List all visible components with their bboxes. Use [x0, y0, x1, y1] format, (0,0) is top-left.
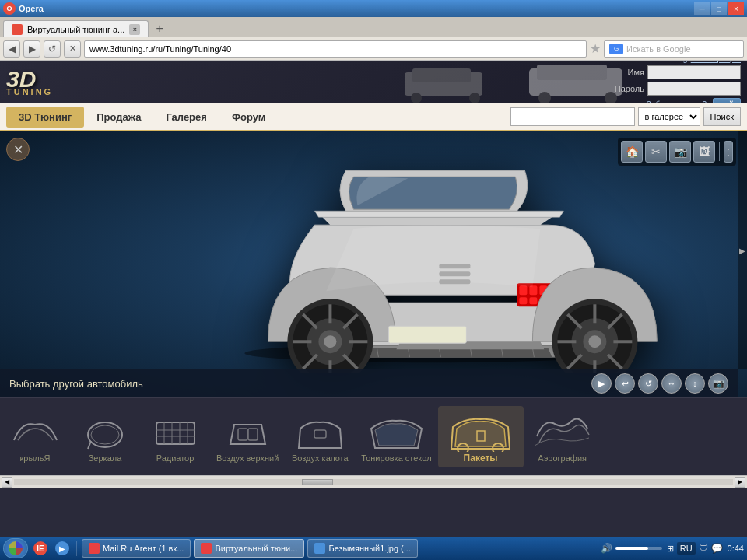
tint-label: Тонировка стекол [361, 453, 431, 463]
title-bar: O Opera ─ □ × [0, 0, 747, 17]
nav-item-sale[interactable]: Продажа [84, 107, 153, 128]
svg-rect-63 [156, 422, 195, 444]
active-tab[interactable]: Виртуальный тюнинг а... × [3, 20, 149, 37]
taskbar-item-mail[interactable]: Mail.Ru Агент (1 вк... [82, 539, 191, 558]
volume-icon[interactable]: 🔊 [601, 543, 612, 554]
volume-control: 🔊 [601, 543, 662, 554]
pan-vertical-button[interactable]: ↕ [685, 373, 705, 394]
site-navigation: 3D Тюнинг Продажа Галерея Форум в галере… [0, 103, 747, 131]
nav-item-gallery[interactable]: Галерея [153, 107, 219, 128]
screenshot-button[interactable]: 📷 [708, 373, 728, 394]
viewer-controls: ▶ ↩ ↺ ↔ ↕ 📷 [591, 373, 728, 394]
taskbar-right-area: 🔊 ⊞ RU 🛡 💬 0:44 [601, 542, 744, 555]
name-input[interactable] [647, 65, 741, 79]
tab-close-icon[interactable]: × [129, 24, 140, 35]
packages-label: Пакеты [464, 453, 498, 464]
home-toolbar-button[interactable]: 🏠 [621, 141, 643, 163]
search-bar[interactable]: G Искать в Google [604, 40, 744, 58]
maximize-button[interactable]: □ [711, 2, 727, 15]
back-arrow-icon: ✕ [13, 142, 23, 157]
aerography-icon [531, 411, 594, 453]
nav-item-3d-tuning[interactable]: 3D Тюнинг [6, 107, 84, 128]
hood-air-label: Воздух капота [292, 453, 349, 463]
clock-time: 0:44 [728, 543, 744, 554]
car-container [190, 147, 672, 373]
nav-item-forum[interactable]: Форум [219, 107, 278, 128]
select-car-button[interactable]: Выбрать другой автомобиль [9, 378, 143, 390]
forgot-password-link[interactable]: Забыли пароль? [647, 100, 707, 104]
login-name-row: Имя [605, 65, 741, 79]
minimize-button[interactable]: ─ [694, 2, 710, 15]
taskbar-item-browser[interactable]: Виртуальный тюни... [194, 539, 304, 558]
svg-point-60 [88, 422, 122, 447]
tuning-panel-wings[interactable]: крыльЯ [0, 407, 70, 467]
scroll-right-button[interactable]: ▶ [735, 477, 745, 488]
gallery-toolbar-button[interactable]: 🖼 [693, 141, 715, 163]
nav-search-area: в галерее Поиск [510, 107, 741, 126]
stop-button[interactable]: ✕ [64, 40, 81, 58]
more-toolbar-button[interactable]: ⋮ [724, 141, 733, 163]
tab-bar: Виртуальный тюнинг а... × + [0, 17, 747, 37]
sidebar-expand-icon[interactable]: ▶ [739, 247, 745, 255]
back-button[interactable]: ◀ [3, 40, 20, 58]
browser-app-label: Виртуальный тюни... [215, 544, 297, 553]
nav-search-input[interactable] [510, 107, 635, 126]
address-bar[interactable]: www.3dtuning.ru/ru/Tuning/Tuning/40 [84, 40, 587, 58]
tuning-panel-mirrors[interactable]: Зеркала [70, 407, 140, 467]
scroll-left-button[interactable]: ◀ [2, 477, 12, 488]
taskbar-item-image[interactable]: Безымянный1.jpg (... [307, 539, 418, 558]
svg-rect-70 [238, 429, 247, 440]
lang-indicator[interactable]: RU [677, 542, 696, 555]
mirrors-label: Зеркала [89, 453, 122, 463]
pan-horizontal-button[interactable]: ↔ [661, 373, 682, 394]
svg-rect-28 [529, 297, 537, 304]
close-button[interactable]: × [728, 2, 744, 15]
viewer-toolbar: 🏠 ✂ 📷 🖼 ⋮ [618, 138, 736, 166]
tuning-panel-aerography[interactable]: Аэрография [524, 407, 601, 467]
tuning-panels: крыльЯ Зеркала [0, 397, 747, 475]
scissors-toolbar-button[interactable]: ✂ [645, 141, 667, 163]
login-button[interactable]: вой [713, 98, 741, 103]
search-placeholder: Искать в Google [626, 44, 691, 54]
toolbar-separator [719, 142, 720, 161]
viewer-back-button[interactable]: ✕ [6, 138, 30, 161]
volume-slider[interactable] [615, 547, 662, 550]
svg-point-7 [469, 93, 480, 103]
tuning-panel-hood-air[interactable]: Воздух капота [285, 407, 355, 467]
rotate-right-button[interactable]: ↺ [638, 373, 658, 394]
image-app-label: Безымянный1.jpg (... [328, 544, 411, 553]
antivirus-icon[interactable]: 🛡 [699, 543, 708, 554]
reload-button[interactable]: ↺ [44, 40, 61, 58]
quick-launch-media-icon[interactable]: ▶ [53, 538, 72, 558]
pass-input[interactable] [647, 82, 741, 96]
svg-point-6 [411, 93, 422, 103]
quick-launch-browser-icon[interactable]: IE [31, 538, 50, 558]
play-button[interactable]: ▶ [591, 373, 612, 394]
radiator-label: Радиатор [156, 453, 195, 463]
tuning-panel-air-top[interactable]: Воздух верхний [210, 407, 285, 467]
network-icon[interactable]: ⊞ [667, 544, 674, 554]
lang-label: eng [673, 61, 687, 63]
start-button[interactable] [3, 538, 28, 558]
name-label: Имя [605, 68, 644, 77]
chat-icon[interactable]: 💬 [711, 543, 723, 554]
new-tab-button[interactable]: + [150, 20, 169, 37]
camera-toolbar-button[interactable]: 📷 [669, 141, 691, 163]
system-tray: ⊞ RU 🛡 💬 [667, 542, 723, 555]
viewer-sidebar: ▶ [738, 131, 747, 369]
logo: 3D TUNING [6, 68, 53, 96]
website-content: 3D TUNING eng Регистрация Имя Пароль [0, 61, 747, 544]
nav-search-button[interactable]: Поиск [703, 107, 741, 126]
scroll-thumb[interactable] [302, 479, 333, 485]
forward-button[interactable]: ▶ [23, 40, 40, 58]
nav-search-select[interactable]: в галерее [638, 107, 700, 126]
register-link[interactable]: Регистрация [691, 61, 741, 63]
tuning-panel-radiator[interactable]: Радиатор [140, 407, 210, 467]
google-icon: G [609, 44, 623, 54]
rotate-left-button[interactable]: ↩ [615, 373, 635, 394]
bookmark-star-icon[interactable]: ★ [590, 41, 601, 56]
address-text: www.3dtuning.ru/ru/Tuning/Tuning/40 [89, 44, 231, 54]
tuning-panel-packages[interactable]: Пакеты [438, 406, 524, 467]
taskbar-separator [76, 541, 77, 556]
tuning-panel-tint[interactable]: Тонировка стекол [355, 407, 437, 467]
